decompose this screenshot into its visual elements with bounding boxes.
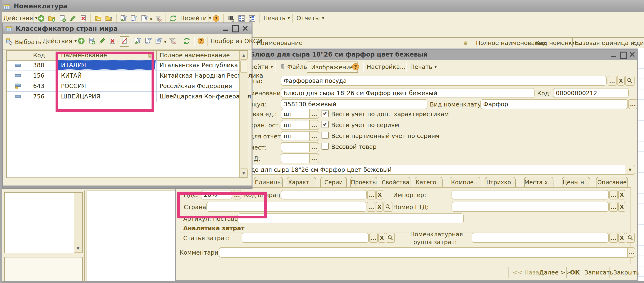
scroll-down-button[interactable]: ▼ [74, 244, 82, 253]
minimize-button[interactable] [223, 30, 228, 31]
filter-set-icon[interactable] [145, 37, 152, 46]
countries-scrollbar[interactable]: ▲ ▼ [239, 51, 248, 177]
base-unit-field[interactable]: шт [281, 109, 310, 119]
help-icon[interactable]: ? [352, 63, 360, 72]
ellipsis-button[interactable]: ... [609, 233, 618, 243]
refresh-icon[interactable] [183, 37, 190, 46]
article-field[interactable]: 358130 бежевый [281, 99, 428, 109]
item-print-menu-button[interactable]: Печать▼ [410, 63, 437, 70]
close-dialog-button[interactable]: Закрыть [613, 269, 640, 276]
main-list-left-area[interactable] [86, 190, 176, 283]
ellipsis-button[interactable]: ... [369, 233, 378, 243]
importer-field[interactable] [452, 190, 609, 199]
column-header-code[interactable]: Код [33, 52, 45, 59]
ellipsis-button[interactable]: ... [309, 109, 319, 119]
main-window-titlebar[interactable]: Номенклатура [0, 0, 644, 13]
column-header-fullname[interactable]: Полное наименование [160, 52, 230, 59]
open-button[interactable] [625, 76, 634, 86]
tab-characteristics[interactable]: Характ... [287, 177, 316, 188]
operation-field[interactable] [281, 190, 367, 199]
ellipsis-button[interactable]: ... [309, 153, 319, 163]
settings-button[interactable]: Настройка... [367, 63, 406, 70]
scroll-down-button[interactable]: ▼ [240, 168, 248, 177]
filter-edit-icon[interactable] [134, 37, 142, 46]
files-button[interactable]: Файлы [287, 63, 308, 70]
checkbox-characteristics[interactable]: ✔ [322, 110, 328, 117]
maximize-button[interactable] [620, 52, 627, 59]
tab-description[interactable]: Описание [596, 177, 628, 188]
ellipsis-button[interactable]: ... [627, 247, 635, 258]
filter-list-icon[interactable] [141, 15, 148, 23]
maximize-button[interactable] [232, 25, 239, 33]
filter-list-icon[interactable] [155, 37, 163, 46]
cost-item-field[interactable] [242, 233, 369, 243]
ellipsis-button[interactable]: ... [609, 190, 618, 199]
tab-properties[interactable]: Свойства [381, 177, 410, 188]
ellipsis-button[interactable]: ... [367, 190, 376, 199]
supplier-article-field[interactable] [237, 213, 464, 223]
actions-menu-button[interactable]: Действия▼ [3, 15, 38, 22]
image-button[interactable]: Изображение [307, 62, 358, 73]
barcode-icon[interactable] [227, 15, 234, 23]
ellipsis-button[interactable]: ... [309, 120, 319, 130]
back-button[interactable]: << Назад [512, 269, 543, 276]
filter-clear-icon[interactable] [169, 37, 176, 46]
add-folder-icon[interactable] [48, 15, 55, 23]
add-icon[interactable] [37, 15, 45, 23]
gtd-field[interactable] [452, 202, 609, 212]
clear-button[interactable]: X [376, 202, 383, 212]
vat-field[interactable]: 20% [201, 190, 232, 199]
tab-prices[interactable]: Цены н... [562, 177, 590, 188]
refresh-icon[interactable] [169, 15, 177, 23]
countries-actions-menu-button[interactable]: Действия▼ [42, 38, 77, 45]
column-header-unit[interactable]: Едини... [632, 40, 644, 46]
add-icon[interactable] [78, 37, 85, 46]
filter-clear-icon[interactable] [154, 15, 162, 23]
ok-button[interactable]: ОК [570, 269, 580, 276]
print-menu-button[interactable]: Печать▼ [263, 15, 290, 22]
edit-icon[interactable] [69, 15, 76, 23]
close-button[interactable] [242, 25, 248, 32]
copy-icon[interactable] [88, 37, 96, 46]
deletion-mark-icon[interactable] [120, 36, 129, 47]
tree-scrollbar[interactable]: ▼ [74, 193, 82, 253]
checkbox-series[interactable]: ✔ [322, 121, 328, 128]
column-header-name[interactable]: Наименование [61, 52, 107, 59]
filter-set-icon[interactable] [130, 15, 138, 23]
panel-splitter[interactable] [84, 190, 85, 283]
ellipsis-button[interactable]: ... [309, 142, 319, 152]
close-button[interactable] [629, 51, 635, 58]
minimize-button[interactable] [611, 56, 616, 57]
ellipsis-button[interactable]: ... [609, 202, 618, 212]
code-field[interactable]: 00000000212 [553, 88, 629, 98]
cost-group-field[interactable] [472, 233, 609, 243]
tab-projects[interactable]: Проекты [350, 177, 377, 188]
delete-icon[interactable] [80, 15, 87, 23]
open-button[interactable] [384, 202, 392, 212]
tab-units[interactable]: Единицы [254, 177, 283, 188]
dropdown-button[interactable]: ▼ [625, 165, 635, 175]
open-button[interactable] [626, 233, 635, 243]
group-field[interactable]: Фарфоровая посуда [281, 76, 607, 86]
edit-icon[interactable] [98, 37, 106, 46]
table-row[interactable]: 756 ШВЕЙЦАРИЯ Швейцарская Конфедерация [6, 91, 240, 102]
checkbox-batch-series[interactable] [322, 132, 328, 139]
ellipsis-button[interactable]: ... [233, 190, 241, 199]
clear-button[interactable]: X [378, 233, 385, 243]
dropdown-caret-icon[interactable]: ▼ [150, 18, 152, 21]
folder-up-icon[interactable] [105, 15, 112, 23]
dropdown-caret-icon[interactable]: ▼ [164, 40, 166, 44]
oksm-pick-button[interactable]: Подбор из ОКСМ [210, 38, 262, 45]
ellipsis-button[interactable]: ... [309, 131, 319, 141]
clear-button[interactable]: X [618, 202, 625, 212]
tab-series[interactable]: Серии [320, 177, 347, 188]
clear-button[interactable]: X [618, 190, 625, 199]
table-row[interactable]: 156 КИТАЙ Китайская Народная Республика [6, 71, 240, 81]
fullname-dropdown[interactable]: Блюдо для сыра 18"26 см Фарфор цвет беже… [235, 165, 635, 175]
ellipsis-button[interactable]: ... [628, 99, 638, 109]
reports-menu-button[interactable]: Отчеты▼ [296, 15, 324, 22]
column-header-name[interactable]: Наименование [256, 40, 302, 46]
comment-field[interactable] [219, 247, 628, 258]
stock-unit-field[interactable]: шт [281, 120, 310, 130]
countries-dialog-titlebar[interactable]: Классификатор стран мира [3, 24, 252, 34]
